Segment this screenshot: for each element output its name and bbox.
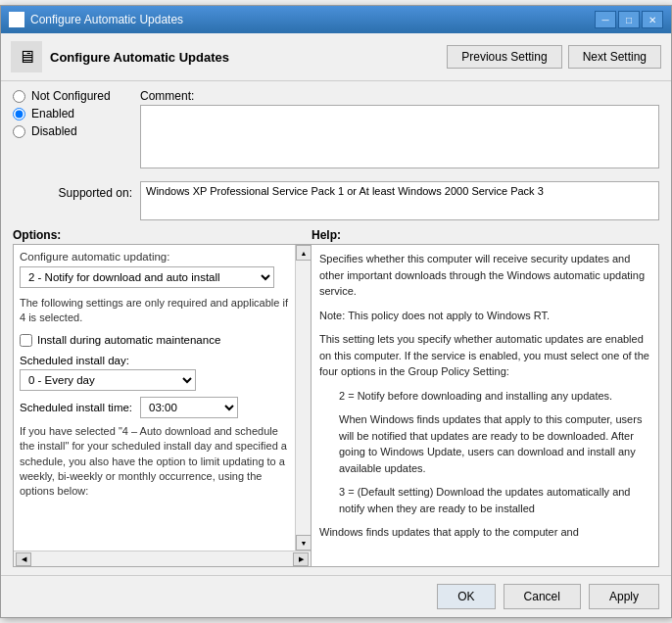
maximize-button[interactable]: □ [618,11,640,28]
options-note: The following settings are only required… [20,296,291,326]
help-p1: Specifies whether this computer will rec… [319,251,650,300]
disabled-input[interactable] [13,125,25,138]
previous-setting-button[interactable]: Previous Setting [447,45,561,69]
main-content: Not Configured Enabled Disabled Comment:… [1,81,671,575]
schedule-day-field: Scheduled install day: 0 - Every day [20,355,291,391]
scroll-down-arrow[interactable]: ▼ [296,535,312,551]
options-long-note: If you have selected "4 – Auto download … [20,424,291,500]
comment-section: Comment: [140,89,659,171]
cancel-button[interactable]: Cancel [504,584,581,609]
not-configured-label: Not Configured [31,89,111,103]
title-bar-left: ⚙ Configure Automatic Updates [9,12,183,27]
help-p4: 2 = Notify before downloading and instal… [339,388,650,405]
options-hscrollbar[interactable]: ◀ ▶ [14,551,311,566]
vscroll-track [296,261,311,535]
not-configured-input[interactable] [13,90,25,103]
hscroll-track [31,554,293,564]
header-bar: 🖥 Configure Automatic Updates Previous S… [1,33,671,81]
minimize-button[interactable]: ─ [595,11,616,28]
schedule-day-label: Scheduled install day: [20,355,291,366]
comment-textarea[interactable] [140,105,659,168]
enabled-input[interactable] [13,108,25,120]
header-icon: 🖥 [11,41,42,72]
enabled-label: Enabled [31,107,74,120]
help-p2: Note: This policy does not apply to Wind… [319,308,650,324]
title-bar: ⚙ Configure Automatic Updates ─ □ ✕ [1,6,671,33]
disabled-radio[interactable]: Disabled [13,124,140,138]
checkbox-label: Install during automatic maintenance [37,334,220,346]
help-p6: 3 = (Default setting) Download the updat… [339,484,650,516]
window-icon: ⚙ [9,12,24,27]
next-setting-button[interactable]: Next Setting [568,45,661,69]
comment-label: Comment: [140,89,659,103]
scroll-right-arrow[interactable]: ▶ [293,552,309,566]
schedule-time-field: Scheduled install time: 03:00 [20,397,291,418]
window: ⚙ Configure Automatic Updates ─ □ ✕ 🖥 Co… [0,5,672,618]
radio-group: Not Configured Enabled Disabled [13,89,140,138]
enabled-radio[interactable]: Enabled [13,107,140,120]
header-left: 🖥 Configure Automatic Updates [11,41,229,72]
header-buttons: Previous Setting Next Setting [447,45,661,69]
help-panel: Specifies whether this computer will rec… [312,244,659,567]
scroll-left-arrow[interactable]: ◀ [16,552,31,566]
apply-button[interactable]: Apply [589,584,659,609]
supported-section: Supported on: Windows XP Professional Se… [13,181,659,220]
options-label: Options: [13,228,312,242]
title-bar-controls: ─ □ ✕ [595,11,663,28]
header-title: Configure Automatic Updates [50,50,229,65]
panels: Configure automatic updating: 2 - Notify… [13,244,659,567]
options-scroll-content: Configure automatic updating: 2 - Notify… [14,245,311,551]
options-panel: Configure automatic updating: 2 - Notify… [13,244,312,567]
schedule-time-select[interactable]: 03:00 [140,397,238,418]
checkbox-item: Install during automatic maintenance [20,334,291,347]
supported-value: Windows XP Professional Service Pack 1 o… [146,185,544,197]
help-content: Specifies whether this computer will rec… [312,245,658,566]
schedule-time-label: Scheduled install time: [20,402,132,413]
window-title: Configure Automatic Updates [30,13,183,26]
footer: OK Cancel Apply [1,575,671,617]
radio-comment-section: Not Configured Enabled Disabled Comment: [13,89,659,181]
ok-button[interactable]: OK [437,584,495,609]
configure-label: Configure automatic updating: [20,251,291,263]
configure-select[interactable]: 2 - Notify for download and auto install [20,266,274,288]
supported-content: Windows XP Professional Service Pack 1 o… [140,181,659,220]
maintenance-checkbox[interactable] [20,334,32,347]
not-configured-radio[interactable]: Not Configured [13,89,140,103]
close-button[interactable]: ✕ [642,11,663,28]
scroll-up-arrow[interactable]: ▲ [296,245,312,261]
disabled-label: Disabled [31,124,77,138]
supported-label: Supported on: [13,181,140,203]
schedule-day-select[interactable]: 0 - Every day [20,369,196,391]
help-p3: This setting lets you specify whether au… [319,331,650,380]
options-vscrollbar[interactable]: ▲ ▼ [295,245,311,551]
panels-labels: Options: Help: [13,228,659,242]
help-p5: When Windows finds updates that apply to… [339,411,650,476]
help-p7: Windows finds updates that apply to the … [319,524,650,541]
help-label: Help: [312,228,659,242]
